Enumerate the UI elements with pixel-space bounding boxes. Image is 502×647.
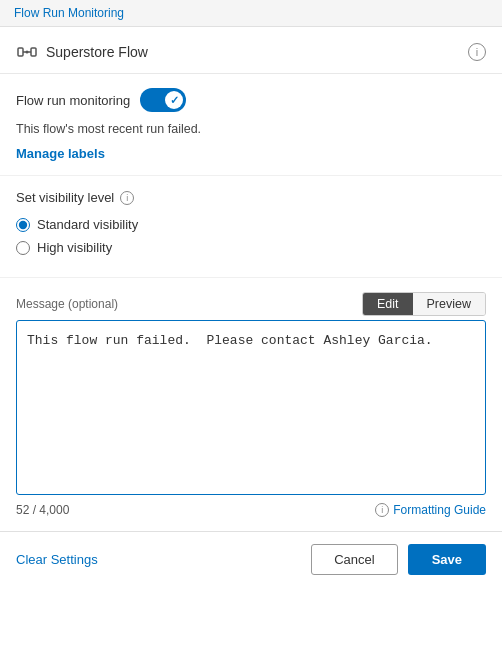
- message-label: Message (optional): [16, 297, 118, 311]
- visibility-section: Set visibility level i Standard visibili…: [0, 176, 502, 278]
- right-actions: Cancel Save: [311, 544, 486, 575]
- preview-tab[interactable]: Preview: [413, 293, 485, 315]
- standard-visibility-label: Standard visibility: [37, 217, 138, 232]
- flow-icon: [16, 41, 38, 63]
- manage-labels-link[interactable]: Manage labels: [16, 146, 105, 161]
- panel-title-row: Superstore Flow: [16, 41, 148, 63]
- clear-settings-button[interactable]: Clear Settings: [16, 552, 98, 567]
- header-info-icon[interactable]: i: [468, 43, 486, 61]
- svg-rect-0: [18, 48, 23, 56]
- svg-point-2: [26, 51, 29, 54]
- panel-title: Superstore Flow: [46, 44, 148, 60]
- message-section: Message (optional) Edit Preview This flo…: [0, 278, 502, 527]
- edit-tab[interactable]: Edit: [363, 293, 413, 315]
- toggle-label: Flow run monitoring: [16, 93, 130, 108]
- formatting-guide-link[interactable]: i Formatting Guide: [375, 503, 486, 517]
- toggle-check-icon: ✓: [170, 94, 179, 107]
- main-panel: Superstore Flow i Flow run monitoring ✓ …: [0, 27, 502, 587]
- message-textarea[interactable]: This flow run failed. Please contact Ash…: [16, 320, 486, 495]
- footer-actions: Clear Settings Cancel Save: [0, 531, 502, 587]
- formatting-info-icon: i: [375, 503, 389, 517]
- standard-visibility-row: Standard visibility: [16, 217, 486, 232]
- alert-text: This flow's most recent run failed.: [16, 122, 486, 136]
- high-visibility-row: High visibility: [16, 240, 486, 255]
- breadcrumb: Flow Run Monitoring: [0, 0, 502, 27]
- message-tab-group: Edit Preview: [362, 292, 486, 316]
- visibility-header: Set visibility level i: [16, 190, 486, 205]
- flow-monitoring-toggle[interactable]: ✓: [140, 88, 186, 112]
- standard-visibility-radio[interactable]: [16, 218, 30, 232]
- char-count: 52 / 4,000: [16, 503, 69, 517]
- visibility-info-icon[interactable]: i: [120, 191, 134, 205]
- visibility-title: Set visibility level: [16, 190, 114, 205]
- toggle-row: Flow run monitoring ✓: [16, 88, 486, 112]
- panel-header: Superstore Flow i: [0, 27, 502, 74]
- high-visibility-label: High visibility: [37, 240, 112, 255]
- svg-rect-1: [31, 48, 36, 56]
- toggle-section: Flow run monitoring ✓ This flow's most r…: [0, 74, 502, 176]
- save-button[interactable]: Save: [408, 544, 486, 575]
- message-footer: 52 / 4,000 i Formatting Guide: [16, 498, 486, 527]
- high-visibility-radio[interactable]: [16, 241, 30, 255]
- breadcrumb-link[interactable]: Flow Run Monitoring: [14, 6, 124, 20]
- cancel-button[interactable]: Cancel: [311, 544, 397, 575]
- message-header: Message (optional) Edit Preview: [16, 292, 486, 316]
